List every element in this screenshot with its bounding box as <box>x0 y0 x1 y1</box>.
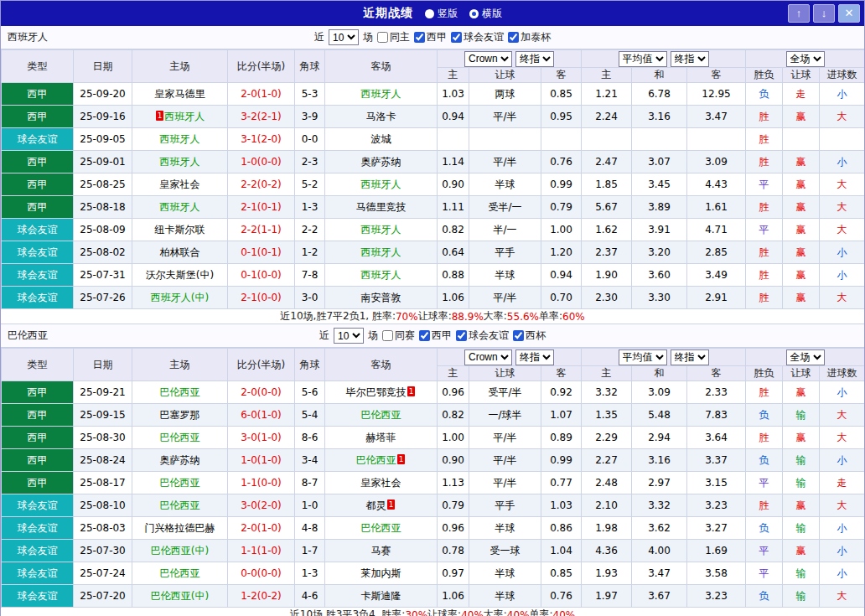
result-goals-cell: 小 <box>820 151 865 173</box>
asian-away-odds-cell: 0.86 <box>541 517 582 540</box>
checkbox-input[interactable] <box>377 32 388 43</box>
checkbox-input[interactable] <box>456 330 467 341</box>
asian-handicap-cell: 平/半 <box>469 151 541 173</box>
euro-stage-select[interactable]: 终指 <box>671 51 709 67</box>
euro-average-select[interactable]: 平均值 <box>619 51 667 67</box>
checkbox-input[interactable] <box>451 32 462 43</box>
col-home-header: 主场 <box>132 50 228 83</box>
result-wdl-cell: 负 <box>746 404 783 427</box>
close-icon: ✕ <box>845 7 854 19</box>
score-cell: 0-1(0-1) <box>228 241 295 264</box>
home-team-cell: 门兴格拉德巴赫 <box>132 517 228 540</box>
layout-horizontal-radio[interactable]: 横版 <box>469 7 502 21</box>
euro-stage-select[interactable]: 终指 <box>671 349 709 365</box>
euro-average-select[interactable]: 平均值 <box>619 349 667 365</box>
summary-text: 单率: <box>530 608 553 616</box>
asian-handicap-cell: 平/半 <box>469 106 541 128</box>
checkbox-input[interactable] <box>513 330 524 341</box>
score-cell: 3-0(2-0) <box>228 494 295 517</box>
date-cell: 25-09-16 <box>74 106 132 128</box>
scope-select[interactable]: 全场 <box>786 51 825 67</box>
euro-away-odds-cell: 2.91 <box>687 287 746 309</box>
col-euro-draw-header: 和 <box>632 68 687 83</box>
asian-home-odds-cell <box>438 128 469 151</box>
result-goals-cell: 小 <box>820 562 865 585</box>
away-team-cell: 马赛 <box>325 540 438 562</box>
euro-draw-odds-cell: 3.30 <box>632 287 687 309</box>
date-cell: 25-08-10 <box>74 494 132 517</box>
checkbox-input[interactable] <box>508 32 519 43</box>
filter-checkbox-laliga[interactable]: 西甲 <box>414 30 447 44</box>
layout-vertical-radio[interactable]: 竖版 <box>425 7 458 21</box>
asian-away-odds-cell: 1.20 <box>541 241 582 264</box>
move-up-button[interactable]: ↑ <box>788 4 810 23</box>
team-name: 沃尔夫斯堡(中) <box>146 269 214 281</box>
col-type-header: 类型 <box>2 50 74 83</box>
close-button[interactable]: ✕ <box>838 4 860 23</box>
euro-away-odds-cell: 3.58 <box>687 562 746 585</box>
bookmaker-select[interactable]: Crown <box>464 349 512 365</box>
score-cell: 0-1(0-0) <box>228 264 295 287</box>
euro-home-odds-cell: 1.85 <box>582 173 632 196</box>
corner-cell: 5-4 <box>295 404 325 427</box>
filter-checkbox-friendly[interactable]: 球会友谊 <box>456 329 509 343</box>
checkbox-input[interactable] <box>382 330 393 341</box>
asian-home-odds-cell: 0.96 <box>438 381 469 404</box>
euro-away-odds-cell: 3.27 <box>687 517 746 540</box>
home-team-cell: 巴伦西亚(中) <box>132 540 228 562</box>
scope-select[interactable]: 全场 <box>786 349 825 365</box>
home-team-cell: 西班牙人 <box>132 151 228 173</box>
asian-home-odds-cell: 0.97 <box>438 562 469 585</box>
checkbox-input[interactable] <box>414 32 425 43</box>
summary-text: 88.9% <box>452 311 484 323</box>
result-goals-cell: 大 <box>820 106 865 128</box>
recent-count-select[interactable]: 10 <box>329 29 359 45</box>
asian-home-odds-cell: 1.00 <box>438 427 469 449</box>
result-handicap-cell: 赢 <box>783 381 820 404</box>
col-result-header: 胜负 <box>746 68 783 83</box>
euro-draw-odds-cell: 2.94 <box>632 427 687 449</box>
asian-handicap-cell: 平手 <box>469 241 541 264</box>
euro-draw-odds-cell: 3.07 <box>632 151 687 173</box>
result-wdl-cell: 负 <box>746 585 783 608</box>
checkbox-input[interactable] <box>419 330 430 341</box>
move-down-button[interactable]: ↓ <box>813 4 835 23</box>
filter-checkbox-cup[interactable]: 西杯 <box>513 329 546 343</box>
euro-away-odds-cell: 3.23 <box>687 494 746 517</box>
filter-checkbox-cup[interactable]: 加泰杯 <box>508 30 551 44</box>
corner-cell: 1-7 <box>295 540 325 562</box>
asian-stage-select[interactable]: 终指 <box>515 349 554 365</box>
corner-cell: 4-8 <box>295 517 325 540</box>
team-name: 皇家社会 <box>160 179 200 190</box>
home-team-cell: 巴伦西亚 <box>132 427 228 449</box>
col-asian-away-header: 客 <box>541 68 582 83</box>
euro-home-odds-cell: 1.98 <box>582 517 632 540</box>
euro-away-odds-cell: 3.23 <box>687 585 746 608</box>
corner-cell: 3-4 <box>295 449 325 472</box>
recent-label: 近 <box>314 30 324 44</box>
filter-group: 近 10 场 同赛 西甲 球会友谊 西杯 <box>319 328 546 344</box>
asian-home-odds-cell: 0.82 <box>438 219 469 241</box>
col-euro-home-header: 主 <box>582 366 632 381</box>
filter-checkbox-same-home[interactable]: 同主 <box>377 30 410 44</box>
bookmaker-select[interactable]: Crown <box>464 51 512 67</box>
home-team-cell: 1西班牙人 <box>132 106 228 128</box>
team-name: 柏林联合 <box>160 246 200 258</box>
filter-checkbox-same-comp[interactable]: 同赛 <box>382 329 415 343</box>
corner-cell: 3-9 <box>295 106 325 128</box>
asian-handicap-cell: 一/球半 <box>469 404 541 427</box>
asian-handicap-cell <box>469 128 541 151</box>
filter-checkbox-friendly[interactable]: 球会友谊 <box>451 30 504 44</box>
match-row: 西甲25-09-20皇家马德里2-0(1-0)5-3西班牙人1.03两球0.85… <box>2 83 865 106</box>
result-wdl-cell: 胜 <box>746 494 783 517</box>
col-handicap-result-header: 让球 <box>783 366 820 381</box>
asian-stage-select[interactable]: 终指 <box>515 51 554 67</box>
title-group: 近期战绩 竖版 横版 <box>363 6 502 21</box>
euro-home-odds-cell: 2.37 <box>582 241 632 264</box>
team-section: 巴伦西亚 近 10 场 同赛 西甲 球会友谊 西杯 类型 日期 主场 比分(半场… <box>1 324 864 616</box>
section-summary: 近10场,胜7平2负1, 胜率:70% 让球率:88.9% 大率:55.6% 单… <box>1 309 864 324</box>
team-name: 西班牙人 <box>361 246 401 258</box>
date-cell: 25-08-17 <box>74 472 132 494</box>
filter-checkbox-laliga[interactable]: 西甲 <box>419 329 452 343</box>
recent-count-select[interactable]: 10 <box>334 328 364 344</box>
